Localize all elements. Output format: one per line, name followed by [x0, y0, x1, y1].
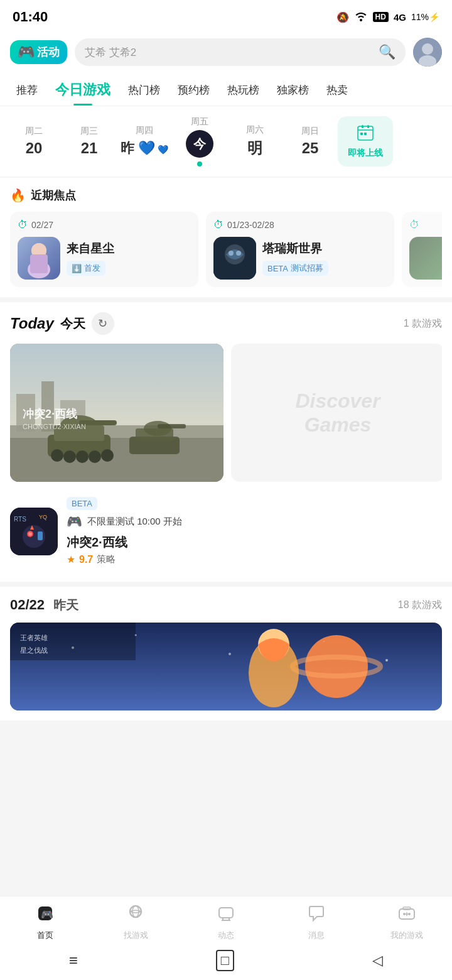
- status-icons: 🔕 HD 4G 11%⚡: [336, 10, 439, 24]
- day-item-yesterday[interactable]: 周四 昨 💙: [117, 121, 172, 161]
- today-section: Today 今天 ↻ 1 款游戏: [0, 302, 452, 582]
- focus-card-game-1: 来自星尘 ⬇️ 首发: [18, 237, 191, 280]
- svg-rect-19: [10, 432, 223, 482]
- nav-item-message[interactable]: 消息: [285, 904, 348, 941]
- home-nav-label: 首页: [37, 930, 53, 941]
- game-icon-chongtu: RTS YQ: [10, 508, 58, 555]
- day-item-today[interactable]: 周五 今: [172, 112, 227, 170]
- today-header: Today 今天 ↻ 1 款游戏: [10, 312, 442, 335]
- discover-card: Discover Games: [231, 344, 442, 482]
- tank-scene: 冲突2·西线 CHONGTU2·XIXIAN: [10, 344, 223, 482]
- svg-rect-7: [360, 133, 363, 135]
- sys-back-icon[interactable]: ◁: [372, 952, 383, 969]
- focus-card-game-3: [409, 237, 442, 280]
- dynamic-nav-label: 动态: [218, 930, 234, 941]
- game-banner-chongtu[interactable]: 冲突2·西线 CHONGTU2·XIXIAN: [10, 344, 223, 482]
- battery-icon: 11%⚡: [411, 12, 439, 22]
- tab-today-games[interactable]: 今日游戏: [46, 74, 119, 106]
- day-item-21[interactable]: 周三 21: [62, 122, 117, 161]
- svg-rect-63: [219, 908, 233, 918]
- svg-rect-6: [367, 125, 369, 128]
- search-bar[interactable]: 艾希 艾希2 🔍: [75, 38, 406, 66]
- today-title: Today 今天 ↻: [10, 312, 114, 335]
- bottom-nav: 🎮 首页 找游戏 动态 消息: [0, 896, 452, 946]
- find-nav-icon: [126, 904, 145, 927]
- focus-card-date-3: ⏱: [409, 219, 442, 231]
- tab-hot-play[interactable]: 热玩榜: [218, 77, 268, 104]
- discover-text-2: Games: [304, 413, 372, 437]
- focus-card-date-2: ⏱ 01/23-02/28: [213, 219, 387, 231]
- focus-section: 🔥 近期焦点 ⏱ 02/27: [0, 178, 452, 297]
- home-nav-icon: 🎮: [36, 904, 55, 927]
- day-item-tomorrow[interactable]: 周六 明: [227, 121, 282, 162]
- search-placeholder: 艾希 艾希2: [85, 45, 374, 60]
- message-nav-label: 消息: [308, 930, 325, 941]
- nav-item-find[interactable]: 找游戏: [104, 904, 167, 941]
- day-item-20[interactable]: 周二 20: [6, 122, 62, 161]
- svg-point-17: [236, 251, 241, 256]
- dynamic-nav-icon: [217, 904, 235, 927]
- tab-exclusive[interactable]: 独家榜: [268, 77, 318, 104]
- game-info-taruisi: 塔瑞斯世界 BETA 测试招募: [262, 241, 328, 276]
- status-bar: 01:40 🔕 HD 4G 11%⚡: [0, 0, 452, 31]
- refresh-button[interactable]: ↻: [92, 312, 114, 335]
- clock-icon-2: ⏱: [213, 219, 223, 231]
- focus-card-date-1: ⏱ 02/27: [18, 219, 191, 231]
- focus-cards: ⏱ 02/27: [10, 212, 442, 287]
- focus-card-3[interactable]: ⏱: [402, 212, 442, 287]
- date-count: 18 款游戏: [398, 599, 442, 612]
- game-thumb-taruisi: [213, 237, 256, 280]
- svg-point-51: [385, 659, 388, 662]
- hd-badge: HD: [373, 12, 389, 22]
- tab-hot-sell[interactable]: 热卖: [318, 77, 357, 104]
- date-text: 02/22: [10, 597, 45, 612]
- test-info-chongtu: 🎮 不限量测试 10:00 开始: [67, 514, 442, 529]
- upcoming-label: 即将上线: [348, 148, 383, 159]
- upcoming-button[interactable]: 即将上线: [338, 116, 393, 166]
- svg-point-1: [422, 43, 433, 55]
- game-banner-large[interactable]: 王者英雄 星之伐战: [10, 623, 442, 710]
- test-icon: 🎮: [67, 514, 82, 529]
- logo-area[interactable]: 🎮 活动: [10, 40, 67, 64]
- nav-item-home[interactable]: 🎮 首页: [14, 904, 77, 941]
- sys-menu-icon[interactable]: ≡: [69, 952, 78, 969]
- svg-point-16: [229, 251, 234, 256]
- refresh-icon: ↻: [98, 317, 107, 330]
- nav-item-my-games[interactable]: 我的游戏: [375, 904, 438, 941]
- svg-point-30: [76, 450, 89, 463]
- beta-label: BETA: [267, 264, 288, 273]
- svg-rect-56: [10, 623, 136, 660]
- svg-point-61: [130, 906, 141, 917]
- logo-icon: 🎮: [18, 44, 35, 60]
- svg-rect-36: [158, 424, 186, 428]
- game-thumb-laizi: [18, 237, 60, 280]
- svg-text:王者英雄: 王者英雄: [20, 634, 48, 641]
- find-nav-label: 找游戏: [124, 930, 148, 941]
- logo-box[interactable]: 🎮 活动: [10, 40, 67, 64]
- my-games-nav-icon: [397, 904, 416, 927]
- game-info-laizi: 来自星尘 ⬇️ 首发: [67, 241, 114, 276]
- game-badge-laizi: ⬇️ 首发: [67, 261, 105, 276]
- clock-icon-3: ⏱: [409, 219, 419, 231]
- day-item-25[interactable]: 周日 25: [282, 122, 338, 161]
- avatar[interactable]: [413, 38, 442, 67]
- focus-card-laizi[interactable]: ⏱ 02/27: [10, 212, 198, 287]
- rating-num: 9.7: [79, 554, 93, 565]
- tab-recommend[interactable]: 推荐: [8, 77, 46, 104]
- header: 🎮 活动 艾希 艾希2 🔍: [0, 31, 452, 74]
- game-name-taruisi: 塔瑞斯世界: [262, 241, 328, 257]
- search-icon: 🔍: [379, 44, 396, 60]
- wifi-icon: [354, 10, 368, 24]
- game-category: 策略: [97, 553, 116, 565]
- svg-point-32: [101, 449, 114, 462]
- game-thumb-3: [409, 237, 442, 280]
- game-list-item-chongtu[interactable]: RTS YQ BETA 🎮 不限量测试 10:00 开始 冲突2·西线 ★ 9.…: [10, 491, 442, 572]
- focus-card-taruisi[interactable]: ⏱ 01/23-02/28 塔瑞斯世界 BETA: [206, 212, 394, 287]
- tab-hot-rank[interactable]: 热门榜: [119, 77, 169, 104]
- tab-reserve-rank[interactable]: 预约榜: [169, 77, 218, 104]
- nav-item-dynamic[interactable]: 动态: [195, 904, 257, 941]
- sys-home-icon[interactable]: □: [216, 950, 234, 971]
- game-name-laizi: 来自星尘: [67, 241, 114, 257]
- status-time: 01:40: [13, 9, 48, 25]
- sys-nav: ≡ □ ◁: [0, 946, 452, 980]
